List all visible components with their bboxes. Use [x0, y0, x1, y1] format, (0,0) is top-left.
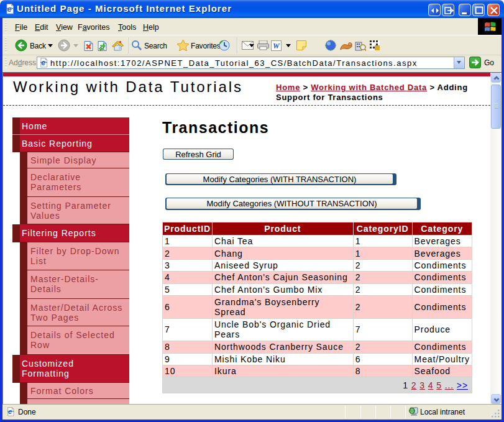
svg-text:e: e [8, 408, 12, 415]
svg-text:W: W [273, 42, 280, 50]
svg-text:e: e [7, 4, 11, 14]
svg-text:e: e [41, 58, 45, 67]
